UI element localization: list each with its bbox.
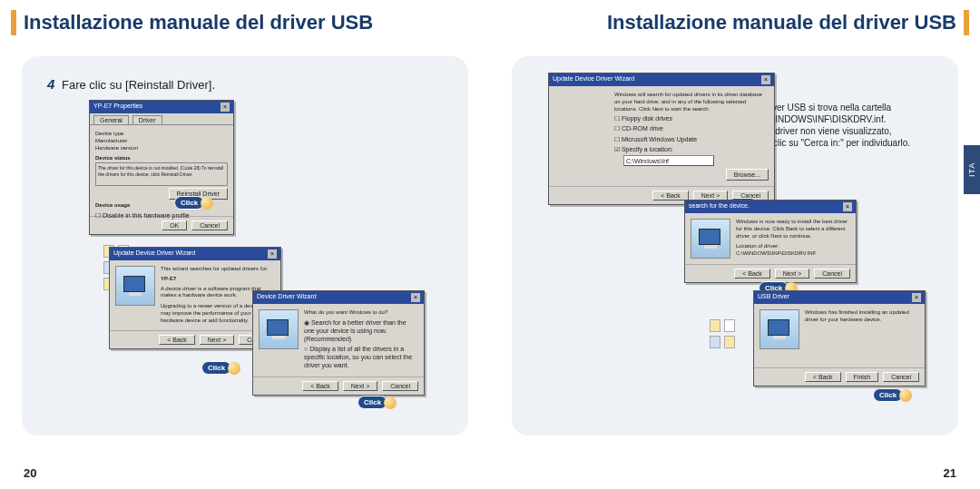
wizard-icon (259, 309, 299, 349)
status-text: The driver for this device is not instal… (95, 162, 228, 186)
text: Windows is now ready to install the best… (736, 219, 850, 240)
back-button[interactable]: < Back (734, 269, 770, 279)
dialog-properties: YP-E7 Properties × General Driver Device… (89, 100, 234, 235)
dialog-title-fragment: search for the device. (689, 202, 750, 211)
wizard-icon (760, 309, 799, 349)
close-icon[interactable]: × (220, 103, 230, 112)
page-title: Installazione manuale del driver USB (24, 13, 373, 33)
radio-list[interactable]: Display a list of all the drivers in a s… (304, 345, 418, 369)
text: C:\WINDOWS\INF\DISKDRV.INF (736, 250, 850, 258)
content-panel-right: Il driver USB si trova nella cartella C:… (512, 56, 958, 435)
click-callout: Click (201, 361, 231, 375)
wizard-icon (115, 266, 155, 306)
chk-windows-update[interactable]: Microsoft Windows Update (614, 135, 769, 143)
note-line: C:\WINDOWS\INF\DISKDRV.inf. (755, 113, 936, 125)
text: YP-E7 (161, 276, 275, 283)
dialog-wizard-found: search for the device. × Windows is now … (684, 200, 857, 283)
radio-search[interactable]: Search for a better driver than the one … (304, 318, 418, 343)
ok-button[interactable]: OK (162, 220, 187, 230)
page-title: Installazione manuale del driver USB (607, 13, 956, 33)
text: This wizard searches for updated drivers… (161, 266, 275, 273)
close-icon[interactable]: × (912, 293, 921, 302)
dialog-titlebar: USB Driver × (754, 291, 925, 304)
finish-button[interactable]: Finish (846, 372, 879, 382)
next-button[interactable]: Next > (343, 381, 377, 391)
dialog-title: Update Device Driver Wizard (553, 75, 634, 84)
button-row: < Back Finish Cancel (754, 367, 925, 386)
tab-strip: General Driver (90, 113, 233, 125)
content-panel-left: 4 Fare clic su [Reinstall Driver]. YP-E7… (22, 56, 468, 435)
back-button[interactable]: < Back (159, 335, 195, 345)
back-button[interactable]: < Back (652, 191, 689, 200)
note-line: fare clic su "Cerca in:" per individuarl… (755, 137, 936, 149)
button-row: < Back Next > Cancel (685, 264, 856, 282)
click-callout: Click (358, 396, 387, 409)
dialog-title-fragment: USB Driver (758, 293, 789, 302)
dialog-titlebar: Device Driver Wizard × (253, 291, 424, 304)
page-left: Installazione manuale del driver USB 4 F… (0, 0, 490, 489)
close-icon[interactable]: × (843, 202, 852, 211)
dialog-titlebar: Update Device Driver Wizard × (549, 73, 774, 86)
chk-specify[interactable]: Specify a location: (614, 145, 769, 153)
dialog-titlebar: Update Device Driver Wizard × (110, 248, 280, 260)
page-right: Installazione manuale del driver USB ITA… (490, 0, 980, 489)
dialog-wizard-choice: Device Driver Wizard × What do you want … (252, 290, 425, 396)
cancel-button[interactable]: Cancel (814, 269, 850, 279)
chk-floppy[interactable]: Floppy disk drives (614, 114, 769, 122)
close-icon[interactable]: × (411, 293, 420, 302)
document-spread: Installazione manuale del driver USB 4 F… (0, 0, 980, 489)
chk-cdrom[interactable]: CD-ROM drive (614, 124, 769, 132)
dialog-wizard-finish: USB Driver × Windows has finished instal… (753, 290, 926, 386)
dialog-body: Windows has finished installing an updat… (754, 304, 925, 367)
label: Manufacturer (95, 138, 127, 143)
back-button[interactable]: < Back (302, 381, 338, 391)
doc-icon (710, 319, 720, 332)
title-bar-left: Installazione manuale del driver USB (0, 0, 490, 45)
note-line: Se il driver non viene visualizzato, (755, 125, 936, 137)
cancel-button[interactable]: Cancel (382, 381, 418, 391)
browse-button[interactable]: Browse... (726, 169, 769, 181)
step-instruction: 4 Fare clic su [Reinstall Driver]. (47, 76, 215, 92)
tab-driver[interactable]: Driver (132, 115, 162, 124)
path-input[interactable]: C:\Windows\Inf (623, 155, 714, 166)
cancel-button[interactable]: Cancel (883, 372, 919, 382)
back-button[interactable]: < Back (805, 372, 841, 382)
doc-icon (724, 336, 735, 348)
wizard-icon (691, 219, 730, 259)
next-button[interactable]: Next > (200, 335, 234, 345)
click-callout: Click (873, 388, 903, 402)
click-callout: Click (174, 196, 204, 210)
dialog-titlebar: search for the device. × (685, 200, 856, 213)
step-text: Fare clic su [Reinstall Driver]. (62, 78, 215, 92)
title-accent (964, 10, 969, 35)
dialog-titlebar: YP-E7 Properties × (90, 101, 233, 113)
dialog-wizard-locate: Update Device Driver Wizard × Windows wi… (548, 73, 775, 205)
note-line: Il driver USB si trova nella cartella (755, 102, 936, 113)
dialog-title: Device Driver Wizard (257, 293, 317, 302)
text: Windows has finished installing an updat… (805, 309, 919, 324)
page-number: 21 (944, 466, 956, 480)
label: Location of driver: (736, 243, 850, 250)
label: Device type (95, 131, 123, 136)
title-accent (11, 10, 16, 35)
text: Windows will search for updated drivers … (614, 92, 769, 112)
language-tab: ITA (964, 145, 980, 194)
doc-icon (724, 319, 735, 332)
tab-general[interactable]: General (93, 115, 129, 124)
dialog-body: Windows is now ready to install the best… (685, 213, 856, 264)
dialog-title: Update Device Driver Wizard (113, 249, 195, 259)
text: What do you want Windows to do? (304, 309, 418, 317)
title-bar-right: Installazione manuale del driver USB (490, 0, 980, 45)
close-icon[interactable]: × (761, 75, 770, 84)
close-icon[interactable]: × (268, 249, 277, 259)
note-block: Il driver USB si trova nella cartella C:… (755, 102, 936, 149)
page-number: 20 (24, 466, 36, 480)
button-row: < Back Next > Cancel (253, 377, 424, 395)
decorative-icons (710, 319, 746, 348)
dialog-body: What do you want Windows to do? Search f… (253, 304, 424, 377)
cancel-button[interactable]: Cancel (191, 220, 228, 230)
label: Device status (95, 155, 228, 162)
step-number: 4 (47, 76, 54, 92)
dialog-body: Windows will search for updated drivers … (549, 86, 774, 186)
next-button[interactable]: Next > (775, 269, 809, 279)
